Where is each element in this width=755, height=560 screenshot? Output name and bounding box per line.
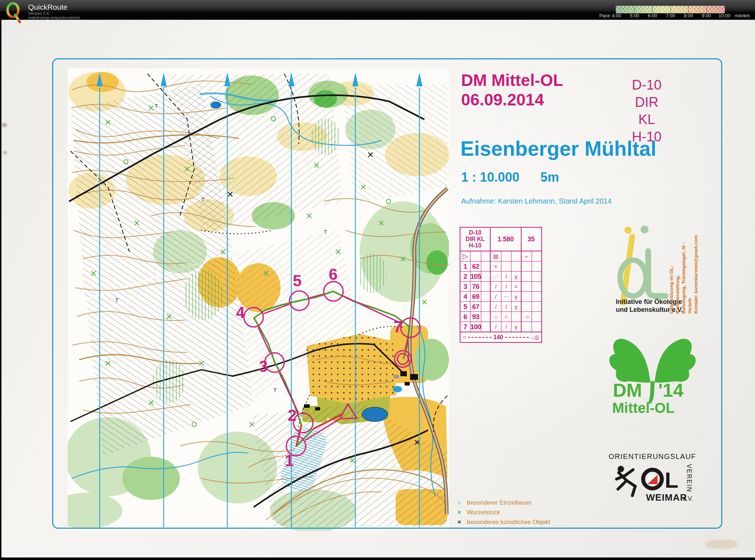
finish-row: ○ 140 → ◎: [460, 332, 541, 342]
pace-tick: 9:00: [698, 13, 715, 18]
oekologie-logo: [611, 222, 676, 305]
control-cell: 2: [460, 272, 470, 281]
control-cell: ·○: [522, 312, 532, 322]
card-class: DIR KL: [465, 236, 485, 242]
control-number-6: 6: [329, 265, 337, 283]
control-cell: y: [511, 302, 522, 311]
olv-weimar-logo: ORIENTIERUNGSLAUF L VEREIN WEIMAR e.V.: [606, 450, 700, 508]
legend-item: × Wurzelstock: [458, 507, 550, 517]
pace-tick: 10:00: [716, 13, 733, 18]
dm14-mittelol-text: Mittel-OL: [612, 400, 674, 416]
control-cell: [522, 272, 532, 281]
control-number-1: 1: [285, 452, 294, 469]
control-description-card: D-10 DIR KL H-10 1.580 35 ▷▨⌐162×2105⋰/y…: [460, 227, 542, 343]
control-cell: 76: [470, 282, 481, 291]
finish-distance: 140: [494, 334, 503, 341]
course-leg: [299, 433, 300, 436]
course-length: 1.580: [491, 228, 522, 251]
pace-tick-line: [634, 6, 635, 13]
oekologie-side-line: Bahnlegung, Trainingslager, SI - Verleih: [681, 227, 693, 314]
control-cell: 5: [460, 302, 470, 311]
control-cell: [522, 282, 532, 291]
control-cell: ×: [491, 261, 501, 271]
control-cell: 1: [460, 261, 470, 271]
control-cell: 7: [460, 322, 470, 332]
pace-tick: 4:00: [608, 13, 625, 18]
control-cell: [532, 282, 541, 291]
control-cell: /: [491, 282, 501, 291]
control-cell: [532, 312, 541, 322]
olv-l-text: L: [665, 468, 678, 492]
card-class: D-10: [469, 229, 482, 236]
legend-label: Wurzelstock: [467, 509, 500, 516]
finish-symbol: ◎: [534, 334, 539, 341]
pace-tick: 7:00: [662, 13, 679, 18]
control-cell: ⋰: [491, 272, 501, 281]
control-cell: [481, 292, 491, 301]
control-number-3: 3: [259, 358, 268, 375]
app-url: matstroeng.se/quickroute/en: [28, 15, 80, 20]
control-cell: 4: [460, 292, 470, 301]
control-cell: [481, 272, 491, 281]
card-class: H-10: [469, 242, 482, 249]
oekologie-side-text: Unterstützung im OL: Kartenerstellung, B…: [668, 227, 699, 314]
map-scale: 1 : 10.000: [461, 170, 519, 185]
olv-verein-text: VEREIN: [686, 464, 693, 492]
control-cell: y: [511, 272, 522, 281]
control-cell: 67: [470, 302, 481, 311]
control-row: 693♤♧·○: [460, 311, 541, 322]
class-item: DIR KL: [625, 94, 668, 128]
map-t-label: T: [201, 196, 205, 202]
legend-item: ○ besonderer Einzelbaum: [458, 498, 550, 507]
event-date: 06.09.2014: [461, 90, 544, 109]
control-row: ▷▨⌐: [460, 251, 541, 261]
control-cell: [532, 261, 541, 271]
oekologie-side-line: Kontakt: kartenkarsten@gmail.com: [693, 227, 699, 314]
pace-legend-bar: [616, 6, 725, 13]
control-cell: ⌐: [522, 251, 532, 261]
pace-tick: 8:00: [680, 13, 697, 18]
manmade-object-icon: ×: [458, 519, 467, 526]
control-cell: [481, 261, 491, 271]
control-cell: [481, 322, 491, 332]
control-cell: [532, 251, 541, 261]
control-cell: [501, 251, 511, 261]
control-cell: ▷: [460, 251, 470, 261]
app-title: QuickRoute: [28, 3, 68, 12]
map-t-label: T: [273, 387, 277, 393]
control-cell: y: [511, 322, 522, 332]
pace-tick: 5:00: [626, 13, 643, 18]
control-cell: [501, 261, 511, 271]
dm14-dm-text: DM: [613, 380, 642, 401]
pace-tick-line: [652, 6, 652, 13]
olv-top-text: ORIENTIERUNGSLAUF: [609, 452, 696, 460]
control-row: 7100//y: [460, 322, 541, 332]
map-scale-row: 1 : 10.0005m: [461, 170, 559, 185]
control-cell: 100: [470, 322, 481, 332]
control-row: 376//×: [460, 281, 541, 291]
event-name: DM Mittel-OL: [461, 70, 563, 90]
quickroute-logo-icon: [5, 1, 22, 23]
contour-interval: 5m: [540, 170, 559, 185]
control-cell: ▨: [491, 251, 501, 261]
legend-label: besonderes künstliches Objekt: [467, 519, 550, 526]
control-cell: 62: [470, 261, 481, 271]
legend-label: besonderer Einzelbaum: [467, 499, 532, 506]
card-body: ▷▨⌐162×2105⋰/y376//×469/⋯y567//y693♤♧·○7…: [460, 251, 541, 332]
control-cell: 93: [470, 312, 481, 322]
control-row: 162×: [460, 261, 541, 271]
legend-item: × besonderes künstliches Objekt: [458, 517, 550, 527]
map-t-label: T: [115, 297, 118, 303]
root-stock-icon: ×: [458, 509, 467, 516]
app-version: Version 2.4: [28, 11, 49, 15]
control-cell: /: [501, 272, 511, 281]
control-cell: ♤: [491, 312, 501, 322]
control-cell: /: [491, 292, 501, 301]
control-cell: [481, 312, 491, 322]
pace-tick-line: [706, 6, 707, 13]
quickroute-toolbar: QuickRoute Version 2.4 matstroeng.se/qui…: [0, 0, 755, 20]
control-cell: /: [501, 302, 511, 311]
map-canvas[interactable]: TTTTT1234567: [68, 68, 449, 531]
control-cell: ×: [511, 282, 522, 291]
class-item: D-10: [625, 76, 668, 94]
